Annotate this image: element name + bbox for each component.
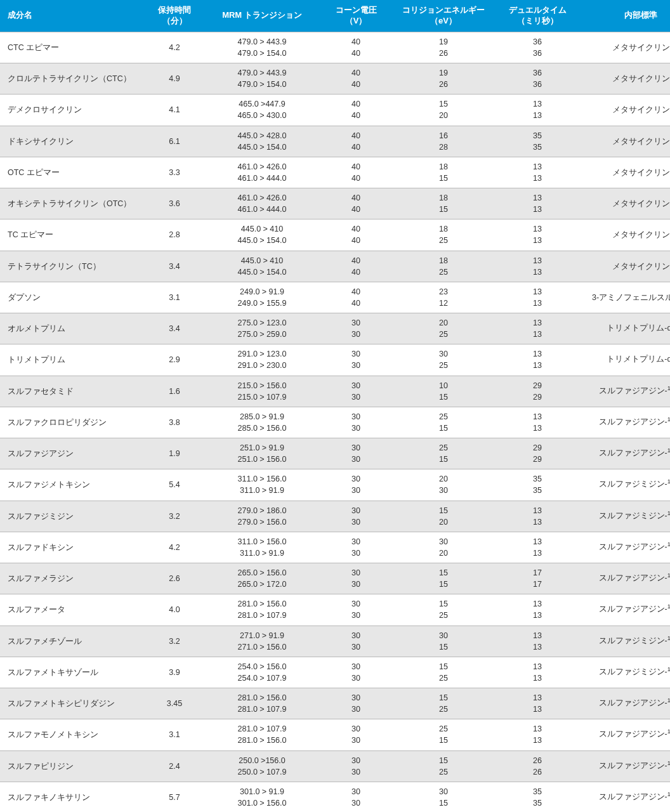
cell-cone: 3030 — [319, 782, 393, 812]
table-row: ドキシサイクリン6.1445.0 > 428.0445.0 > 154.0404… — [0, 126, 670, 157]
table-row: スルファメータ4.0281.0 > 156.0281.0 > 107.93030… — [0, 594, 670, 625]
cell-rt: 4.2 — [143, 32, 206, 63]
cell-ce: 2312 — [393, 282, 494, 313]
cell-cone: 3030 — [319, 469, 393, 501]
cell-rt: 4.1 — [143, 95, 206, 126]
cell-mrm: 279.0 > 186.0279.0 > 156.0 — [206, 501, 319, 532]
cell-is: トリメトプリム-d9 — [581, 313, 670, 344]
table-row: クロルテトラサイクリン（CTC）4.9479.0 > 443.9479.0 > … — [0, 63, 670, 95]
cell-is: スルファジアジン-13C6 — [581, 782, 670, 812]
cell-cone: 3030 — [319, 376, 393, 407]
header-mrm: MRM トランジション — [206, 0, 319, 32]
cell-cone: 3030 — [319, 501, 393, 532]
cell-mrm: 445.0 > 410445.0 > 154.0 — [206, 251, 319, 282]
cell-rt: 5.7 — [143, 782, 206, 812]
cell-mrm: 250.0 >156.0250.0 > 107.9 — [206, 750, 319, 782]
table-row: スルファジメトキシン5.4311.0 > 156.0311.0 > 91.930… — [0, 469, 670, 501]
cell-cone: 4040 — [319, 32, 393, 63]
cell-ce: 2515 — [393, 438, 494, 469]
cell-is: スルファジミジン-13C6 — [581, 657, 670, 688]
cell-dwell: 2626 — [494, 750, 581, 782]
cell-dwell: 3535 — [494, 782, 581, 812]
cell-ce: 3015 — [393, 625, 494, 657]
cell-cone: 3030 — [319, 344, 393, 376]
cell-is: メタサイクリン — [581, 126, 670, 157]
cell-ce: 2025 — [393, 313, 494, 344]
cell-rt: 4.9 — [143, 63, 206, 95]
cell-ce: 1520 — [393, 501, 494, 532]
cell-name: スルファジミジン — [0, 501, 143, 532]
cell-is: スルファジミジン-13C6 — [581, 469, 670, 501]
cell-rt: 3.8 — [143, 407, 206, 438]
cell-ce: 2515 — [393, 407, 494, 438]
table-row: オルメトプリム3.4275.0 > 123.0275.0 > 259.03030… — [0, 313, 670, 344]
cell-ce: 1525 — [393, 750, 494, 782]
cell-name: スルファメトキシピリダジン — [0, 688, 143, 719]
cell-dwell: 2929 — [494, 438, 581, 469]
cell-mrm: 265.0 > 156.0265.0 > 172.0 — [206, 563, 319, 594]
cell-ce: 1815 — [393, 157, 494, 188]
cell-cone: 3030 — [319, 625, 393, 657]
cell-is: トリメトプリム-d9 — [581, 344, 670, 376]
cell-mrm: 445.0 > 428.0445.0 > 154.0 — [206, 126, 319, 157]
cell-mrm: 445.0 > 410445.0 > 154.0 — [206, 219, 319, 251]
cell-cone: 3030 — [319, 313, 393, 344]
cell-name: OTC エピマー — [0, 157, 143, 188]
cell-name: スルファクロロピリダジン — [0, 407, 143, 438]
cell-rt: 3.6 — [143, 188, 206, 219]
cell-cone: 3030 — [319, 532, 393, 563]
cell-ce: 1926 — [393, 63, 494, 95]
cell-rt: 3.3 — [143, 157, 206, 188]
cell-rt: 3.45 — [143, 688, 206, 719]
cell-is: スルファジアジン-13C6 — [581, 563, 670, 594]
cell-cone: 3030 — [319, 407, 393, 438]
cell-ce: 2030 — [393, 469, 494, 501]
cell-cone: 4040 — [319, 251, 393, 282]
table-row: スルファジアジン1.9251.0 > 91.9251.0 > 156.03030… — [0, 438, 670, 469]
cell-name: トリメトプリム — [0, 344, 143, 376]
table-row: スルファメチゾール3.2271.0 > 91.9271.0 > 156.0303… — [0, 625, 670, 657]
header-name: 成分名 — [0, 0, 143, 32]
cell-dwell: 1313 — [494, 219, 581, 251]
cell-mrm: 461.0 > 426.0461.0 > 444.0 — [206, 157, 319, 188]
header-row: 成分名 保持時間（分） MRM トランジション コーン電圧（V） コリジョンエネ… — [0, 0, 670, 32]
cell-rt: 6.1 — [143, 126, 206, 157]
table-row: トリメトプリム2.9291.0 > 123.0291.0 > 230.03030… — [0, 344, 670, 376]
cell-rt: 3.9 — [143, 657, 206, 688]
cell-ce: 1815 — [393, 188, 494, 219]
cell-rt: 2.4 — [143, 750, 206, 782]
cell-name: スルファモノメトキシン — [0, 719, 143, 750]
cell-rt: 3.4 — [143, 313, 206, 344]
cell-ce: 1825 — [393, 219, 494, 251]
cell-dwell: 2929 — [494, 376, 581, 407]
cell-mrm: 479.0 > 443.9479.0 > 154.0 — [206, 32, 319, 63]
table-row: スルファピリジン2.4250.0 >156.0250.0 > 107.93030… — [0, 750, 670, 782]
cell-ce: 3020 — [393, 532, 494, 563]
cell-dwell: 1313 — [494, 657, 581, 688]
cell-rt: 4.0 — [143, 594, 206, 625]
cell-rt: 1.6 — [143, 376, 206, 407]
cell-dwell: 1313 — [494, 625, 581, 657]
cell-dwell: 1313 — [494, 407, 581, 438]
cell-ce: 1525 — [393, 688, 494, 719]
cell-mrm: 275.0 > 123.0275.0 > 259.0 — [206, 313, 319, 344]
header-ce: コリジョンエネルギー（eV） — [393, 0, 494, 32]
cell-rt: 1.9 — [143, 438, 206, 469]
cell-name: スルファメラジン — [0, 563, 143, 594]
cell-dwell: 3636 — [494, 63, 581, 95]
table-row: スルファメトキシピリダジン3.45281.0 > 156.0281.0 > 10… — [0, 688, 670, 719]
cell-cone: 4040 — [319, 188, 393, 219]
table-row: スルファモノメトキシン3.1281.0 > 107.9281.0 > 156.0… — [0, 719, 670, 750]
cell-mrm: 251.0 > 91.9251.0 > 156.0 — [206, 438, 319, 469]
cell-is: スルファジアジン-13C6 — [581, 438, 670, 469]
cell-dwell: 1313 — [494, 532, 581, 563]
header-dwell: デュエルタイム（ミリ秒） — [494, 0, 581, 32]
cell-is: メタサイクリン — [581, 219, 670, 251]
table-row: スルファメトキサゾール3.9254.0 > 156.0254.0 > 107.9… — [0, 657, 670, 688]
cell-name: スルファジアジン — [0, 438, 143, 469]
cell-rt: 3.1 — [143, 282, 206, 313]
cell-mrm: 479.0 > 443.9479.0 > 154.0 — [206, 63, 319, 95]
cell-is: スルファジミジン-13C6 — [581, 625, 670, 657]
cell-rt: 5.4 — [143, 469, 206, 501]
cell-name: テトラサイクリン（TC） — [0, 251, 143, 282]
